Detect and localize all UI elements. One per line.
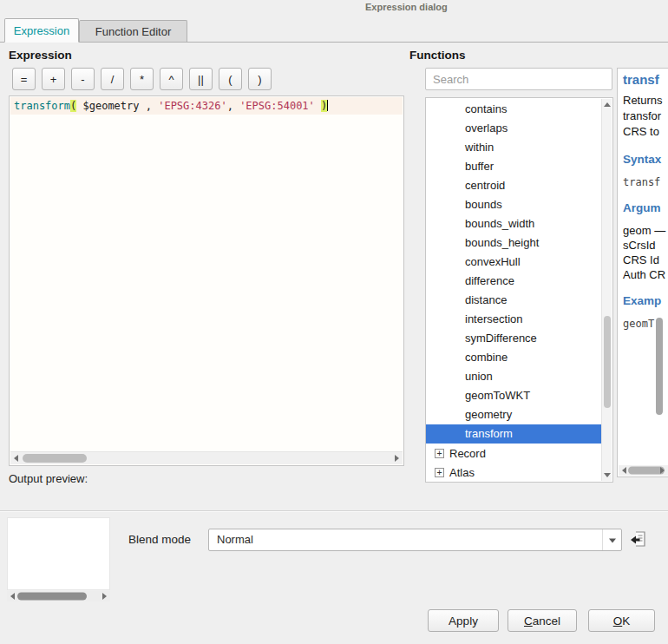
code-token-plain: , xyxy=(227,100,239,112)
text-caret xyxy=(327,100,328,111)
operator-button-equals[interactable]: = xyxy=(12,68,36,90)
function-group-atlas[interactable]: +Atlas xyxy=(426,463,601,482)
operator-button-power[interactable]: ^ xyxy=(160,68,183,90)
scroll-right-arrow-icon[interactable] xyxy=(660,467,665,474)
functions-section-label: Functions xyxy=(409,49,466,62)
help-hscrollbar[interactable] xyxy=(619,465,668,476)
expression-hscrollbar[interactable] xyxy=(10,451,403,464)
operator-button-minus[interactable]: - xyxy=(71,68,95,90)
scroll-thumb[interactable] xyxy=(23,454,87,463)
operator-button-plus[interactable]: + xyxy=(42,68,65,90)
help-description-line: Returns xyxy=(623,93,668,108)
help-title: transf xyxy=(623,72,668,87)
dialog-button-row: ApplyCancelOK xyxy=(0,609,668,632)
expression-dialog: Expression dialog Expression Function Ed… xyxy=(0,0,668,644)
code-token-plain xyxy=(315,100,321,112)
code-token-function: transform xyxy=(14,100,70,112)
function-item-combine[interactable]: combine xyxy=(426,348,601,367)
operator-button-multiply[interactable]: * xyxy=(130,68,154,90)
scroll-down-arrow-icon[interactable] xyxy=(604,473,611,477)
code-line: transform( $geometry , 'EPSG:4326', 'EPS… xyxy=(10,97,403,115)
function-item-union[interactable]: union xyxy=(426,367,601,386)
code-token-plain: $geometry , xyxy=(76,100,158,112)
expand-plus-icon[interactable]: + xyxy=(435,468,444,477)
function-item-geomToWKT[interactable]: geomToWKT xyxy=(426,386,601,405)
operator-button-open-paren[interactable]: ( xyxy=(219,68,242,90)
help-scrollbar-thumb[interactable] xyxy=(656,318,663,415)
ok-button[interactable]: OK xyxy=(588,609,655,632)
function-group-label: Atlas xyxy=(449,466,475,479)
operator-button-concat[interactable]: || xyxy=(189,68,213,90)
help-argument-line: sCrsId xyxy=(623,238,668,253)
function-item-overlaps[interactable]: overlaps xyxy=(426,119,601,138)
function-item-distance[interactable]: distance xyxy=(426,291,601,310)
expression-section-label: Expression xyxy=(9,49,72,62)
scroll-up-arrow-icon[interactable] xyxy=(604,102,611,107)
function-item-within[interactable]: within xyxy=(426,138,601,157)
scroll-thumb[interactable] xyxy=(628,467,665,475)
code-token-string: 'EPSG:54001' xyxy=(239,100,315,112)
scroll-left-arrow-icon[interactable] xyxy=(622,467,626,474)
search-input[interactable] xyxy=(425,68,612,90)
function-group-label: Record xyxy=(449,447,486,460)
scroll-left-arrow-icon[interactable] xyxy=(10,593,15,600)
help-syntax-code: transf xyxy=(623,176,668,188)
data-defined-override-button[interactable] xyxy=(627,529,649,550)
scroll-thumb[interactable] xyxy=(604,316,611,408)
function-item-contains[interactable]: contains xyxy=(426,100,601,119)
function-item-buffer[interactable]: buffer xyxy=(426,157,601,176)
help-examples-heading: Examp xyxy=(623,294,668,307)
tab-bar: Expression Function Editor xyxy=(0,19,668,43)
operator-button-close-paren[interactable]: ) xyxy=(248,68,272,90)
function-item-transform[interactable]: transform xyxy=(426,424,601,444)
function-item-bounds_width[interactable]: bounds_width xyxy=(426,214,601,233)
section-divider xyxy=(0,510,668,512)
function-item-convexHull[interactable]: convexHull xyxy=(426,253,601,272)
function-item-symDifference[interactable]: symDifference xyxy=(426,329,601,348)
operator-button-divide[interactable]: / xyxy=(101,68,124,90)
preview-box xyxy=(7,517,110,590)
blend-mode-select[interactable]: Normal xyxy=(208,529,622,551)
help-description-line: CRS to xyxy=(623,124,668,140)
function-item-centroid[interactable]: centroid xyxy=(426,176,601,195)
blend-mode-label: Blend mode xyxy=(128,533,191,546)
help-argument-line: CRS Id xyxy=(623,253,668,267)
output-preview-label: Output preview: xyxy=(9,472,88,485)
help-arguments-heading: Argum xyxy=(623,201,668,214)
function-list-scrollbar[interactable] xyxy=(601,99,612,481)
function-item-geometry[interactable]: geometry xyxy=(426,405,601,424)
window-title: Expression dialog xyxy=(365,2,448,12)
function-item-difference[interactable]: difference xyxy=(426,272,601,291)
function-item-bounds[interactable]: bounds xyxy=(426,195,601,214)
preview-hscrollbar[interactable] xyxy=(7,591,110,601)
scroll-thumb[interactable] xyxy=(17,593,87,601)
help-argument-line: Auth CR xyxy=(623,267,668,282)
function-group-record[interactable]: +Record xyxy=(426,444,601,463)
tab-expression[interactable]: Expression xyxy=(4,18,79,43)
function-item-intersection[interactable]: intersection xyxy=(426,310,601,329)
help-argument-line: geom — xyxy=(623,223,668,238)
code-token-string: 'EPSG:4326' xyxy=(158,100,226,112)
function-list-items: containsoverlapswithinbuffercentroidboun… xyxy=(426,100,601,482)
tab-function-editor[interactable]: Function Editor xyxy=(79,20,187,42)
apply-button[interactable]: Apply xyxy=(428,609,499,632)
code-token-bracket: ) xyxy=(321,100,327,112)
scroll-right-arrow-icon[interactable] xyxy=(102,593,107,600)
expression-override-icon xyxy=(629,529,648,549)
cancel-button[interactable]: Cancel xyxy=(508,609,577,632)
chevron-down-icon xyxy=(602,529,621,550)
help-description-line: transfor xyxy=(623,108,668,124)
expand-plus-icon[interactable]: + xyxy=(435,449,444,458)
function-item-bounds_height[interactable]: bounds_height xyxy=(426,233,601,253)
function-list[interactable]: containsoverlapswithinbuffercentroidboun… xyxy=(425,97,613,483)
function-help-panel: transf Returns transfor CRS to Syntax tr… xyxy=(617,68,668,477)
blend-mode-value: Normal xyxy=(217,529,253,550)
operator-button-row: =+-/*^||() xyxy=(12,68,272,90)
expression-editor[interactable]: transform( $geometry , 'EPSG:4326', 'EPS… xyxy=(9,95,404,466)
scroll-left-arrow-icon[interactable] xyxy=(14,455,18,462)
help-syntax-heading: Syntax xyxy=(623,153,668,166)
scroll-right-arrow-icon[interactable] xyxy=(395,455,399,462)
